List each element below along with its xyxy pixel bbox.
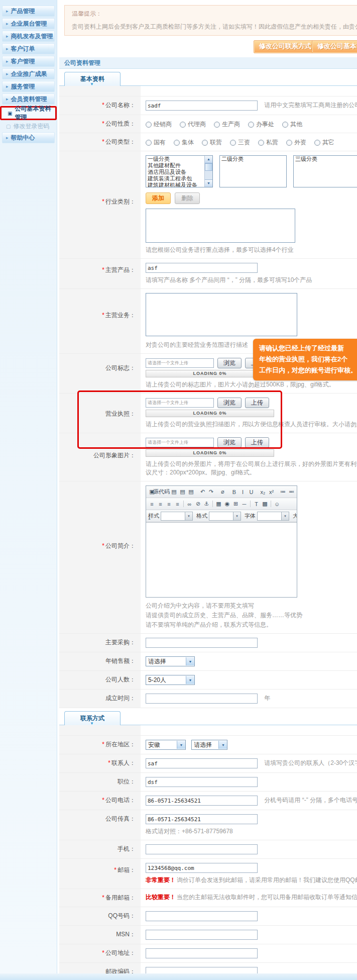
scroll-down-icon[interactable]: ▼ — [205, 179, 212, 187]
bold-icon[interactable]: B — [230, 488, 238, 496]
city-select[interactable]: 请选择▼ — [191, 740, 227, 750]
undo-icon[interactable]: ↶ — [199, 488, 206, 496]
text-color-icon[interactable]: T — [253, 500, 260, 508]
scroll-up-icon[interactable]: ▲ — [205, 156, 212, 163]
list-option[interactable]: 二级分类 — [220, 156, 286, 162]
scrollbar[interactable]: ▲ ▼ — [204, 156, 212, 187]
image-upload-button[interactable]: 上传 — [245, 437, 269, 448]
align-left-icon[interactable]: ≡ — [148, 500, 156, 508]
main-products-input[interactable] — [146, 263, 258, 273]
subscript-icon[interactable]: x₂ — [259, 488, 267, 496]
sidebar-item[interactable]: ▸帮助中心 — [2, 132, 55, 143]
editor-body[interactable]: ▲ — [146, 522, 297, 597]
mobile-input[interactable] — [146, 844, 258, 854]
company-type-option[interactable]: 联营 — [202, 138, 222, 147]
unlink-icon[interactable]: ⊘ — [194, 500, 202, 508]
position-input[interactable] — [146, 777, 258, 787]
sidebar-item[interactable]: ▸服务管理 — [2, 81, 55, 92]
edit-contact-button[interactable]: 修改公司联系方式 — [254, 40, 317, 53]
list-option[interactable]: 其他建材配件 — [146, 162, 212, 169]
company-name-input[interactable] — [146, 101, 258, 111]
company-type-option[interactable]: 三资 — [230, 138, 250, 147]
image-icon[interactable]: ▦ — [215, 500, 222, 508]
list-option[interactable]: 建筑建材机械及设备 — [146, 182, 212, 187]
sidebar-item[interactable]: ▸客户管理 — [2, 56, 55, 67]
fax-input[interactable] — [146, 814, 258, 824]
sidebar-item[interactable]: ▸会员资料管理 — [2, 93, 55, 105]
tab-contact-info[interactable]: 联系方式 ▼ — [64, 711, 121, 725]
sidebar-item[interactable]: ▸产品管理 — [2, 6, 55, 17]
numbered-list-icon[interactable]: ≔ — [279, 488, 287, 496]
align-center-icon[interactable]: ≡ — [157, 500, 164, 508]
company-type-option[interactable]: 外资 — [286, 138, 306, 147]
sidebar-item[interactable]: ▸商机发布及管理 — [2, 31, 55, 42]
table-icon[interactable]: ⊞ — [232, 500, 240, 508]
list-option[interactable]: 一级分类 — [146, 156, 212, 162]
flash-icon[interactable]: ◉ — [223, 500, 231, 508]
qq-input[interactable] — [146, 911, 258, 921]
source-label[interactable]: 源代码 — [157, 488, 166, 496]
company-nature-option[interactable]: 代理商 — [180, 120, 206, 129]
license-upload-button[interactable]: 上传 — [245, 398, 269, 408]
align-justify-icon[interactable]: ≡ — [174, 500, 181, 508]
align-right-icon[interactable]: ≡ — [165, 500, 173, 508]
sidebar-item[interactable]: ▸企业展台管理 — [2, 18, 55, 29]
company-type-option[interactable]: 国有 — [146, 138, 166, 147]
company-type-option[interactable]: 其它 — [314, 138, 334, 147]
background-color-icon[interactable]: ▩ — [261, 500, 269, 508]
font-select[interactable]: ▼ — [257, 512, 289, 521]
italic-icon[interactable]: I — [239, 488, 247, 496]
paste-icon[interactable]: ▤ — [170, 488, 178, 496]
add-button[interactable]: 添加 — [146, 192, 171, 204]
list-option[interactable]: 建筑装潢工程承包 — [146, 175, 212, 182]
remove-format-icon[interactable]: ⌀ — [219, 488, 226, 496]
phone-input[interactable] — [146, 796, 258, 806]
list-option[interactable]: 三级分类 — [294, 156, 357, 162]
sidebar-item-sub[interactable]: ▢修改登录密码 — [3, 122, 55, 131]
scroll-thumb[interactable] — [205, 163, 212, 171]
main-business-textarea[interactable] — [146, 293, 297, 336]
toolbar-collapse-icon[interactable]: ▲ — [148, 517, 151, 520]
industry-level1-list[interactable]: 一级分类其他建材配件酒店用品及设备建筑装潢工程承包建筑建材机械及设备 ▲ ▼ — [146, 155, 213, 187]
company-nature-option[interactable]: 其他 — [282, 120, 302, 129]
logo-file-input[interactable] — [146, 358, 214, 368]
sidebar-item[interactable]: ▸客户订单 — [2, 43, 55, 54]
company-type-option[interactable]: 私营 — [258, 138, 278, 147]
superscript-icon[interactable]: x² — [268, 488, 275, 496]
sidebar-item-selected[interactable]: ▣公司基本资料管理 — [5, 109, 53, 118]
smiley-icon[interactable]: ☺ — [273, 500, 281, 508]
industry-level3-list[interactable]: 三级分类 — [293, 155, 357, 187]
license-file-input[interactable] — [146, 398, 214, 408]
license-browse-button[interactable]: 浏览 — [217, 398, 242, 408]
founded-input[interactable] — [146, 694, 258, 704]
address-input[interactable] — [146, 948, 258, 958]
bullet-list-icon[interactable]: ≕ — [288, 488, 295, 496]
company-nature-option[interactable]: 办事处 — [248, 120, 274, 129]
style-select[interactable]: ▼ — [161, 512, 193, 521]
redo-icon[interactable]: ↷ — [207, 488, 215, 496]
remove-button[interactable]: 删除 — [175, 192, 200, 204]
tab-basic-info[interactable]: 基本资料 ▼ — [64, 72, 121, 86]
image-file-input[interactable] — [146, 438, 214, 447]
edit-basic-button[interactable]: 修改公司基本资料 — [312, 40, 357, 53]
main-purchase-input[interactable] — [146, 638, 258, 648]
company-nature-option[interactable]: 经销商 — [146, 120, 172, 129]
paste-text-icon[interactable]: ▤ — [187, 488, 195, 496]
format-select[interactable]: ▼ — [209, 512, 241, 521]
email-input[interactable] — [146, 863, 258, 873]
paste-word-icon[interactable]: ▤ — [179, 488, 186, 496]
link-icon[interactable]: ∞ — [186, 500, 193, 508]
selected-industries-list[interactable] — [146, 209, 295, 243]
industry-level2-list[interactable]: 二级分类 — [219, 155, 287, 187]
underline-icon[interactable]: U — [248, 488, 255, 496]
province-select[interactable]: 安徽▼ — [146, 740, 186, 750]
company-nature-option[interactable]: 生产商 — [214, 120, 240, 129]
horizontal-rule-icon[interactable]: ─ — [241, 500, 248, 508]
sidebar-item[interactable]: ▸企业推广成果 — [2, 68, 55, 79]
contact-person-input[interactable] — [146, 758, 258, 768]
annual-sales-select[interactable]: 请选择▼ — [146, 656, 195, 666]
list-option[interactable]: 酒店用品及设备 — [146, 169, 212, 175]
image-browse-button[interactable]: 浏览 — [217, 437, 242, 448]
anchor-icon[interactable]: ⚓ — [203, 500, 210, 508]
company-size-select[interactable]: 5-20人▼ — [146, 675, 195, 685]
